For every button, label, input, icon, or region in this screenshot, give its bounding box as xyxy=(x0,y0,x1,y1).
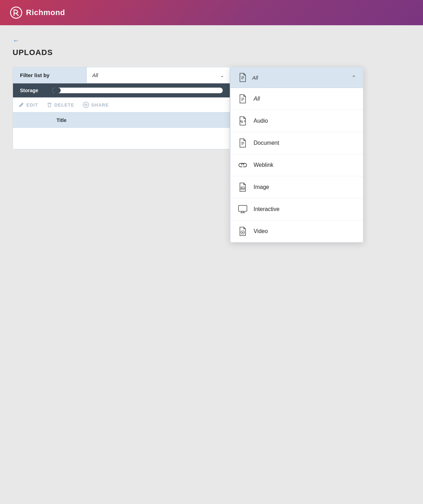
video-type-icon xyxy=(237,226,248,237)
dropdown-item-video-label: Video xyxy=(254,228,268,234)
svg-rect-9 xyxy=(241,121,243,123)
page-title: UPLOADS xyxy=(13,48,410,57)
filter-panel: Filter list by All ⌄ Storage xyxy=(13,67,230,149)
table-header-icon-col xyxy=(31,115,52,125)
audio-type-icon xyxy=(237,116,248,126)
svg-marker-20 xyxy=(242,232,244,233)
dropdown-selected-text: All xyxy=(252,75,347,81)
dropdown-item-weblink-label: Weblink xyxy=(254,162,274,168)
share-button[interactable]: SHARE xyxy=(83,102,109,108)
storage-label: Storage xyxy=(20,88,48,93)
dropdown-header[interactable]: All ⌃ xyxy=(230,67,363,88)
logo-container: Richmond xyxy=(10,6,65,19)
image-type-icon xyxy=(237,182,248,192)
dropdown-item-image-label: Image xyxy=(254,184,269,190)
svg-point-0 xyxy=(11,7,22,18)
filter-label: Filter list by xyxy=(13,67,87,83)
dropdown-item-document[interactable]: Document xyxy=(230,132,363,154)
interactive-type-icon xyxy=(237,204,248,214)
table-header-row: Title xyxy=(13,113,230,128)
filter-row: Filter list by All ⌄ xyxy=(13,67,230,83)
type-dropdown: All ⌃ All xyxy=(230,67,363,243)
edit-label: EDIT xyxy=(26,102,38,108)
back-button[interactable]: ← xyxy=(13,36,20,45)
all-type-icon xyxy=(237,94,248,104)
dropdown-item-audio-label: Audio xyxy=(254,118,268,124)
dropdown-item-weblink[interactable]: Weblink xyxy=(230,154,363,176)
filter-chevron-down-icon: ⌄ xyxy=(220,73,224,78)
delete-icon xyxy=(47,102,52,108)
delete-button[interactable]: DELETE xyxy=(47,102,74,108)
toolbar-row: EDIT DELETE SHARE xyxy=(13,97,230,113)
svg-rect-15 xyxy=(239,205,247,211)
main-content: ← UPLOADS Filter list by All ⌄ Storage xyxy=(0,25,423,161)
filter-select[interactable]: All ⌄ xyxy=(87,67,230,83)
dropdown-chevron-up-icon: ⌃ xyxy=(351,74,356,81)
dropdown-item-audio[interactable]: Audio xyxy=(230,110,363,132)
dropdown-item-all-label: All xyxy=(254,96,260,102)
document-type-icon xyxy=(237,138,248,148)
dropdown-item-interactive-label: Interactive xyxy=(254,206,280,212)
dropdown-item-image[interactable]: Image xyxy=(230,176,363,198)
table-header-checkbox-col xyxy=(13,115,31,125)
dropdown-item-video[interactable]: Video xyxy=(230,220,363,242)
filter-selected-value: All xyxy=(92,72,98,78)
richmond-logo-icon xyxy=(10,6,22,19)
share-label: SHARE xyxy=(91,102,109,108)
edit-button[interactable]: EDIT xyxy=(19,102,38,108)
table-header-title: Title xyxy=(52,113,230,128)
app-header: Richmond xyxy=(0,0,423,25)
dropdown-item-all[interactable]: All xyxy=(230,88,363,110)
storage-row: Storage xyxy=(13,83,230,97)
weblink-type-icon xyxy=(237,160,248,170)
storage-bar-background xyxy=(52,88,223,93)
dropdown-item-document-label: Document xyxy=(254,140,279,146)
table-body xyxy=(13,128,230,149)
storage-bar-fill xyxy=(52,88,61,93)
logo-text: Richmond xyxy=(26,8,65,17)
dropdown-item-interactive[interactable]: Interactive xyxy=(230,198,363,220)
edit-icon xyxy=(19,102,24,108)
delete-label: DELETE xyxy=(54,102,74,108)
share-icon xyxy=(83,102,89,108)
dropdown-header-icon xyxy=(237,72,248,83)
